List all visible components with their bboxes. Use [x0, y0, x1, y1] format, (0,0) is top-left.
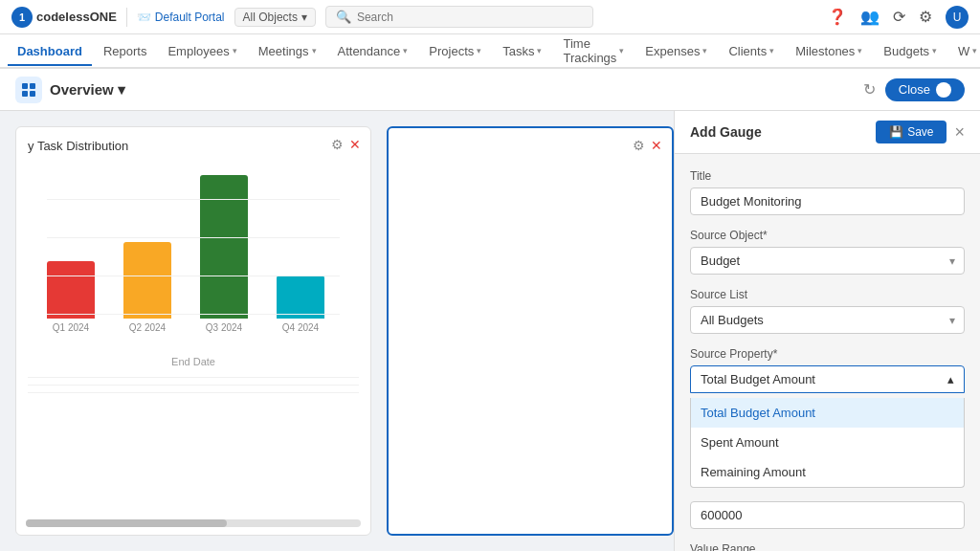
chevron-icon: ▾ [858, 46, 862, 55]
add-gauge-header: Add Gauge 💾 Save × [675, 111, 980, 154]
search-icon: 🔍 [336, 10, 351, 24]
refresh-icon[interactable]: ↻ [863, 80, 876, 99]
close-icon[interactable]: ✕ [349, 137, 361, 152]
logo-text: codelessONE [36, 10, 117, 24]
bar-label: Q3 2024 [206, 322, 242, 333]
divider [126, 8, 127, 27]
source-object-label: Source Object* [690, 229, 965, 242]
svg-rect-3 [30, 91, 35, 97]
source-property-label: Source Property* [690, 347, 965, 361]
close-button[interactable]: Close [885, 78, 965, 101]
source-object-group: Source Object* Budget Project Employee [690, 229, 965, 275]
history-icon[interactable]: ⟳ [893, 8, 905, 26]
add-gauge-panel: Add Gauge 💾 Save × Title Source Object* [674, 111, 980, 551]
bar-q1: Q1 2024 [47, 261, 95, 333]
add-gauge-title: Add Gauge [690, 124, 762, 140]
nav-item-projects[interactable]: Projects▾ [419, 38, 491, 66]
nav-label: Tasks [502, 44, 534, 58]
close-x-button[interactable]: × [954, 122, 965, 143]
nav-item-milestones[interactable]: Milestones▾ [786, 38, 872, 66]
settings-icon[interactable]: ⚙ [633, 138, 645, 153]
chevron-down-icon: ▾ [118, 81, 125, 99]
chevron-icon: ▾ [769, 46, 774, 55]
chevron-icon: ▾ [233, 46, 237, 55]
svg-rect-0 [22, 83, 28, 89]
navbar: Dashboard Reports Employees▾ Meetings▾ A… [0, 34, 980, 69]
bar-label: Q4 2024 [282, 322, 319, 333]
value-input[interactable] [690, 501, 965, 529]
title-input[interactable] [690, 187, 965, 215]
source-object-select-wrapper: Budget Project Employee [690, 247, 965, 275]
nav-item-employees[interactable]: Employees▾ [158, 38, 246, 66]
title-label: Title [690, 169, 965, 183]
settings-icon[interactable]: ⚙ [919, 8, 932, 26]
nav-item-reports[interactable]: Reports [94, 38, 157, 66]
nav-item-expenses[interactable]: Expenses▾ [635, 38, 717, 66]
nav-item-meetings[interactable]: Meetings▾ [249, 38, 326, 66]
nav-item-attendance[interactable]: Attendance▾ [328, 38, 418, 66]
chevron-icon: ▾ [972, 46, 977, 55]
value-range-group: Value Range [690, 542, 965, 551]
portal-selector[interactable]: 📨 Default Portal [137, 11, 225, 24]
left-panel: y Task Distribution ⚙ ✕ Q1 2024 [0, 111, 387, 551]
nav-label: Meetings [258, 44, 309, 58]
nav-item-budgets[interactable]: Budgets▾ [874, 38, 947, 66]
svg-rect-1 [30, 83, 35, 89]
help-icon[interactable]: ❓ [828, 8, 847, 26]
nav-item-w[interactable]: W▾ [948, 38, 980, 66]
search-bar: 🔍 [325, 6, 593, 28]
nav-item-clients[interactable]: Clients▾ [719, 38, 784, 66]
dropdown-option-remaining-amount[interactable]: Remaining Amount [691, 457, 964, 487]
nav-label: Expenses [645, 44, 700, 58]
nav-item-dashboard[interactable]: Dashboard [8, 38, 92, 66]
chevron-icon: ▾ [932, 46, 937, 55]
avatar[interactable]: U [946, 6, 969, 29]
chevron-icon: ▾ [619, 46, 624, 55]
svg-rect-2 [22, 91, 28, 97]
topbar: 1 codelessONE 📨 Default Portal All Objec… [0, 0, 980, 34]
bar-label: Q1 2024 [53, 322, 89, 333]
source-object-select[interactable]: Budget Project Employee [690, 247, 965, 275]
all-objects-label: All Objects [243, 11, 298, 24]
source-property-group: Source Property* Total Budget Amount ▴ T… [690, 347, 965, 488]
chevron-icon: ▾ [403, 46, 408, 55]
dropdown-option-spent-amount[interactable]: Spent Amount [691, 428, 964, 457]
chevron-down-icon: ▾ [301, 11, 307, 24]
logo-icon: 1 [11, 7, 33, 28]
save-button[interactable]: 💾 Save [876, 121, 947, 143]
all-objects-selector[interactable]: All Objects ▾ [234, 8, 316, 27]
settings-icon[interactable]: ⚙ [331, 137, 344, 152]
nav-label: Clients [728, 44, 767, 58]
nav-item-tasks[interactable]: Tasks▾ [493, 38, 551, 66]
close-icon[interactable]: ✕ [651, 138, 662, 153]
nav-label: Dashboard [17, 44, 82, 58]
bar-rect [200, 175, 248, 319]
close-label: Close [899, 82, 930, 97]
overview-title-text: Overview [50, 81, 114, 98]
form-body: Title Source Object* Budget Project Empl… [675, 154, 980, 551]
source-property-field[interactable]: Total Budget Amount ▴ [690, 365, 965, 393]
users-icon[interactable]: 👥 [860, 8, 880, 26]
nav-label: Budgets [883, 44, 929, 58]
nav-label: Reports [103, 44, 147, 58]
middle-widget: ⚙ ✕ [387, 126, 674, 536]
nav-label: Time Trackings [563, 36, 616, 65]
chevron-icon: ▾ [537, 46, 542, 55]
bar-rect [277, 276, 324, 319]
chart-scrollbar[interactable] [26, 519, 361, 527]
nav-label: Milestones [795, 44, 855, 58]
portal-label: Default Portal [155, 11, 225, 24]
nav-item-timetrackings[interactable]: Time Trackings▾ [553, 31, 634, 73]
dropdown-option-total-budget[interactable]: Total Budget Amount [691, 398, 964, 428]
chevron-icon: ▾ [702, 46, 707, 55]
header-actions: 💾 Save × [876, 121, 965, 143]
bar-label: Q2 2024 [129, 322, 166, 333]
nav-label: Attendance [338, 44, 401, 58]
widget-actions: ⚙ ✕ [633, 138, 662, 153]
save-icon: 💾 [889, 125, 903, 139]
chevron-icon: ▾ [312, 46, 317, 55]
source-list-select[interactable]: All Budgets Active Budgets [690, 306, 965, 334]
topbar-actions: ❓ 👥 ⟳ ⚙ U [828, 6, 969, 29]
bar-q4: Q4 2024 [277, 276, 324, 333]
search-input[interactable] [357, 11, 583, 24]
